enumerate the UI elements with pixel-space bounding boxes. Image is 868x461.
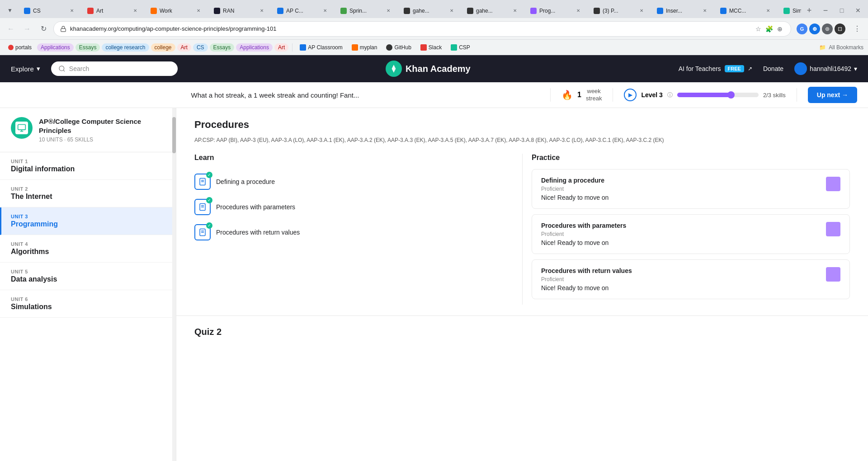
ext2-icon[interactable]: ⊕: [809, 24, 820, 34]
tab-sprin[interactable]: Sprin... ✕: [335, 3, 398, 18]
tab-close-gahe1[interactable]: ✕: [448, 7, 455, 14]
tab-title-apc: AP C...: [286, 8, 319, 14]
unit-label-0: UNIT 1: [11, 159, 165, 164]
tab-gahe1[interactable]: gahe... ✕: [398, 3, 461, 18]
bookmark-github[interactable]: GitHub: [382, 43, 415, 52]
address-bar[interactable]: khanacademy.org/computing/ap-computer-sc…: [53, 21, 791, 37]
tab-close-apc[interactable]: ✕: [321, 7, 329, 14]
tab-close-ran[interactable]: ✕: [258, 7, 265, 14]
minimize-btn[interactable]: −: [819, 4, 832, 17]
sidebar-scroll-thumb[interactable]: [172, 117, 176, 153]
user-menu[interactable]: hannahli16492 ▾: [794, 62, 857, 75]
document-icon-2: [198, 228, 207, 236]
tab-close-sprin[interactable]: ✕: [385, 7, 392, 14]
bookmark-applications-1[interactable]: Applications: [37, 43, 74, 52]
learn-item-2[interactable]: ✓ Procedures with return values: [194, 220, 513, 245]
tab-favicon-sprin: [340, 8, 347, 14]
tab-prog1[interactable]: Prog... ✕: [524, 3, 588, 18]
bookmark-myplan[interactable]: myplan: [348, 43, 381, 52]
bookmark-ap-classroom[interactable]: AP Classroom: [296, 43, 346, 52]
bookmark-art-2[interactable]: Art: [274, 43, 288, 52]
forward-btn[interactable]: →: [21, 23, 33, 35]
tab-art[interactable]: Art ✕: [81, 3, 145, 18]
maximize-btn[interactable]: □: [835, 4, 848, 17]
tab-close-3p[interactable]: ✕: [638, 7, 645, 14]
sidebar-unit-4[interactable]: UNIT 5 Data analysis: [0, 263, 176, 290]
practice-card-2[interactable]: Procedures with return values Proficient…: [532, 259, 850, 299]
sidebar-unit-3[interactable]: UNIT 4 Algorithms: [0, 235, 176, 263]
tab-3p[interactable]: (3) P... ✕: [588, 3, 651, 18]
quiz-title: Quiz 2: [194, 327, 850, 337]
level-section: ▶ Level 3 ⓘ 2/3 skills: [624, 89, 785, 101]
more-menu-btn[interactable]: ⋮: [851, 23, 863, 35]
bookmark-college[interactable]: college: [151, 43, 175, 52]
donate-link[interactable]: Donate: [763, 65, 783, 72]
level-play-btn[interactable]: ▶: [624, 89, 637, 101]
tab-gahe2[interactable]: gahe... ✕: [461, 3, 524, 18]
practice-card-status-1: Proficient: [541, 231, 821, 237]
tab-mcc[interactable]: MCC... ✕: [714, 3, 778, 18]
bookmark-college-research[interactable]: college research: [102, 43, 149, 52]
bookmark-essays-2[interactable]: Essays: [210, 43, 235, 52]
level-progress-fill: [677, 93, 731, 97]
tab-inser[interactable]: Inser... ✕: [651, 3, 714, 18]
ext3-icon[interactable]: ⊛: [822, 24, 833, 34]
bookmark-essays-1[interactable]: Essays: [75, 43, 100, 52]
reload-btn[interactable]: ↻: [37, 23, 50, 35]
bookmark-cs[interactable]: CS: [193, 43, 208, 52]
bookmark-csp[interactable]: CSP: [447, 43, 474, 52]
practice-column: Practice Defining a procedure Proficient…: [522, 154, 850, 305]
sidebar-unit-5[interactable]: UNIT 6 Simulations: [0, 290, 176, 318]
sidebar-scrollbar[interactable]: [172, 108, 176, 461]
search-bar[interactable]: Search: [51, 61, 178, 76]
tab-cs[interactable]: CS ✕: [18, 3, 81, 18]
extension-puzzle-icon[interactable]: 🧩: [764, 24, 774, 33]
new-tab-btn[interactable]: +: [803, 4, 816, 17]
free-badge: FREE: [725, 65, 744, 72]
user-chevron-icon: ▾: [854, 65, 857, 72]
level-progress-dot: [727, 91, 735, 99]
ka-logo[interactable]: Khan Academy: [386, 61, 471, 77]
tab-close-art[interactable]: ✕: [132, 7, 139, 14]
learn-item-1[interactable]: ✓ Procedures with parameters: [194, 194, 513, 220]
google-ext-icon[interactable]: G: [797, 24, 807, 34]
bookmark-art-1[interactable]: Art: [177, 43, 191, 52]
tab-apc[interactable]: AP C... ✕: [271, 3, 335, 18]
bookmark-portals[interactable]: portals: [5, 43, 35, 52]
tab-simu[interactable]: Simu... ✕: [778, 3, 801, 18]
practice-card-status-0: Proficient: [541, 186, 821, 192]
all-bookmarks-label[interactable]: All Bookmarks: [829, 44, 863, 51]
bookmark-applications-2[interactable]: Applications: [236, 43, 273, 52]
tab-close-gahe2[interactable]: ✕: [511, 7, 519, 14]
sidebar-unit-0[interactable]: UNIT 1 Digital information: [0, 152, 176, 180]
tab-close-prog1[interactable]: ✕: [575, 7, 582, 14]
tab-dropdown-btn[interactable]: ▼: [4, 4, 16, 17]
tab-favicon-cs: [24, 8, 30, 14]
tab-work[interactable]: Work ✕: [145, 3, 208, 18]
tab-close-inser[interactable]: ✕: [701, 7, 708, 14]
unit-name-2: Programming: [11, 220, 165, 228]
ai-teachers-link[interactable]: AI for Teachers FREE ↗: [679, 65, 752, 72]
practice-card-0[interactable]: Defining a procedure Proficient Nice! Re…: [532, 169, 850, 209]
practice-card-icon-1: [826, 222, 840, 236]
sidebar-unit-2[interactable]: UNIT 3 Programming: [0, 207, 176, 235]
up-next-button[interactable]: Up next →: [808, 87, 857, 103]
tab-close-cs[interactable]: ✕: [68, 7, 75, 14]
learn-item-0[interactable]: ✓ Defining a procedure: [194, 169, 513, 194]
tab-ran[interactable]: RAN ✕: [208, 3, 271, 18]
course-icon: [11, 117, 33, 139]
sidebar-unit-1[interactable]: UNIT 2 The Internet: [0, 180, 176, 207]
practice-card-content-1: Procedures with parameters Proficient Ni…: [541, 222, 821, 246]
explore-menu[interactable]: Explore ▾: [11, 65, 40, 73]
close-btn[interactable]: ✕: [852, 4, 864, 17]
ext4-icon[interactable]: ⊡: [835, 24, 845, 34]
practice-card-1[interactable]: Procedures with parameters Proficient Ni…: [532, 214, 850, 254]
back-btn[interactable]: ←: [5, 23, 17, 35]
tab-favicon-work: [151, 8, 157, 14]
level-info-icon[interactable]: ⓘ: [667, 91, 673, 99]
tab-close-mcc[interactable]: ✕: [764, 7, 772, 14]
bookmark-slack[interactable]: Slack: [417, 43, 445, 52]
extension-icon[interactable]: ⊕: [775, 24, 784, 33]
tab-close-work[interactable]: ✕: [195, 7, 202, 14]
bookmark-star-icon[interactable]: ☆: [754, 24, 763, 33]
